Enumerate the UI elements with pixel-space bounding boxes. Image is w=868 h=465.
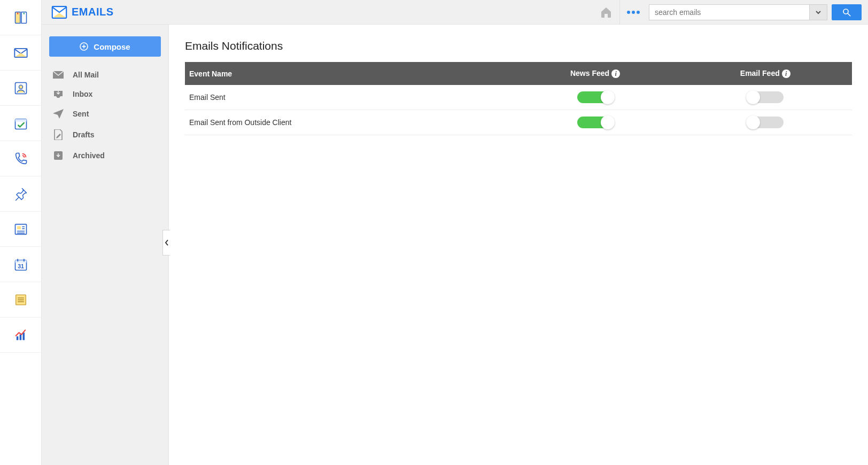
rail-item-contact[interactable] <box>0 71 41 106</box>
tasks-icon <box>13 116 28 131</box>
email-feed-cell <box>679 85 852 110</box>
rail-item-pin[interactable] <box>0 176 41 212</box>
plus-circle-icon <box>80 42 88 51</box>
col-email-label: Email Feed <box>740 69 780 78</box>
svg-rect-20 <box>16 336 18 340</box>
rail-item-tasks[interactable] <box>0 106 41 141</box>
col-event-label: Event Name <box>189 69 232 78</box>
rail-item-book[interactable] <box>0 0 41 35</box>
folder-list: All Mail Inbox Sent Drafts Archived <box>49 65 161 166</box>
folder-item-archived[interactable]: Archived <box>49 145 161 166</box>
svg-rect-22 <box>22 332 25 340</box>
main-content: Emails Notifications Event Name News Fee… <box>169 25 868 465</box>
paper-plane-icon <box>52 109 64 119</box>
col-email-feed: Email Feedi <box>679 62 852 85</box>
svg-point-25 <box>632 11 635 14</box>
chevron-left-icon <box>164 239 169 246</box>
news-feed-cell <box>512 110 679 135</box>
folder-item-sent[interactable]: Sent <box>49 104 161 124</box>
pin-icon <box>13 187 28 201</box>
folder-item-inbox[interactable]: Inbox <box>49 84 161 104</box>
svg-point-24 <box>627 11 630 14</box>
book-icon <box>13 10 28 25</box>
notes-icon <box>13 292 28 307</box>
search-icon <box>842 7 851 17</box>
chevron-down-icon <box>815 9 821 15</box>
news-icon <box>13 222 28 237</box>
more-dots-icon <box>626 10 641 15</box>
svg-text:31: 31 <box>18 263 24 269</box>
email-sidebar: Compose All Mail Inbox Sent Drafts Archi… <box>42 25 169 465</box>
rail-item-mail[interactable] <box>0 35 41 71</box>
search-input[interactable] <box>649 4 809 20</box>
app-rail: 31 <box>0 0 42 465</box>
folder-label: Drafts <box>73 130 94 139</box>
search-button[interactable] <box>832 4 862 20</box>
inbox-icon <box>52 90 64 98</box>
email-feed-toggle[interactable] <box>747 117 784 128</box>
info-icon[interactable]: i <box>611 69 620 78</box>
rail-item-notes[interactable] <box>0 282 41 317</box>
table-row: Email Sent from Outside Client <box>185 110 852 135</box>
email-feed-toggle[interactable] <box>747 91 784 103</box>
contact-icon <box>13 81 28 96</box>
folder-label: Inbox <box>73 90 92 98</box>
reports-icon <box>13 328 28 343</box>
sidebar-collapse-handle[interactable] <box>162 230 170 255</box>
folder-label: Sent <box>73 110 89 118</box>
col-news-feed: News Feedi <box>512 62 679 85</box>
folder-item-all-mail[interactable]: All Mail <box>49 65 161 84</box>
page-title: Emails Notifications <box>185 40 852 52</box>
archive-icon <box>52 151 64 160</box>
event-name-cell: Email Sent from Outside Client <box>185 110 512 135</box>
home-icon <box>600 6 613 19</box>
news-feed-cell <box>512 85 679 110</box>
rail-item-reports[interactable] <box>0 317 41 353</box>
draft-icon <box>52 129 64 140</box>
rail-item-news[interactable] <box>0 212 41 247</box>
compose-button[interactable]: Compose <box>49 36 161 57</box>
mail-icon <box>13 45 28 60</box>
folder-label: All Mail <box>73 71 99 79</box>
header-divider <box>619 0 620 25</box>
svg-rect-12 <box>15 260 26 262</box>
info-icon[interactable]: i <box>782 69 790 78</box>
svg-point-26 <box>637 11 640 14</box>
svg-rect-6 <box>17 226 21 229</box>
search-wrap <box>649 4 862 20</box>
header-title-wrap: EMAILS <box>51 6 114 19</box>
svg-rect-21 <box>19 334 21 340</box>
col-news-label: News Feed <box>570 69 609 78</box>
table-row: Email Sent <box>185 85 852 110</box>
more-menu-button[interactable] <box>621 0 646 25</box>
rail-item-calendar[interactable]: 31 <box>0 247 41 282</box>
phone-icon <box>13 151 28 166</box>
app-header: EMAILS <box>42 0 868 25</box>
compose-label: Compose <box>94 42 130 51</box>
svg-rect-4 <box>15 119 26 121</box>
home-button[interactable] <box>594 0 618 25</box>
event-name-cell: Email Sent <box>185 85 512 110</box>
svg-line-28 <box>848 13 850 16</box>
svg-point-2 <box>19 85 22 89</box>
envelope-icon <box>52 71 64 79</box>
rail-item-phone[interactable] <box>0 141 41 176</box>
svg-point-27 <box>843 9 848 14</box>
col-event-name: Event Name <box>185 62 512 85</box>
calendar-icon: 31 <box>13 257 28 272</box>
header-mail-icon <box>51 6 67 19</box>
header-title: EMAILS <box>72 6 114 18</box>
email-feed-cell <box>679 110 852 135</box>
notifications-table: Event Name News Feedi Email Feedi Email … <box>185 62 852 135</box>
folder-item-drafts[interactable]: Drafts <box>49 124 161 145</box>
search-dropdown-button[interactable] <box>809 4 827 20</box>
folder-label: Archived <box>73 151 105 160</box>
news-feed-toggle[interactable] <box>577 91 614 103</box>
news-feed-toggle[interactable] <box>577 117 614 128</box>
